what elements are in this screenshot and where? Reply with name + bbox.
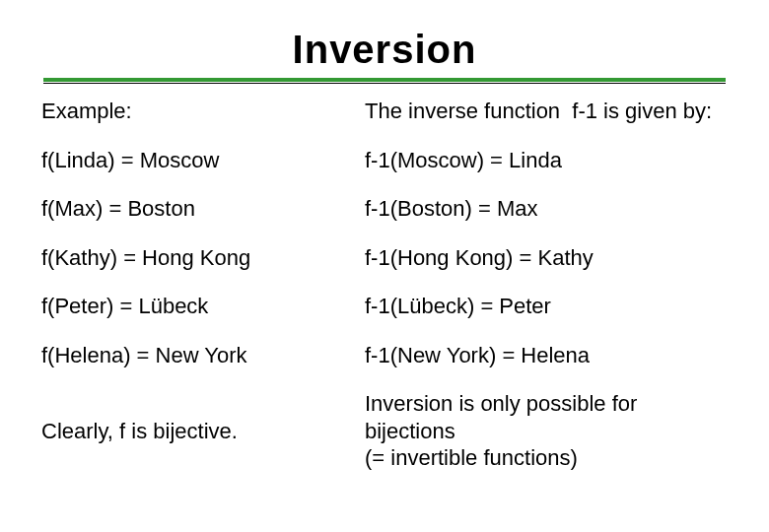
thin-underline bbox=[43, 83, 726, 84]
f-helena: f(Helena) = New York bbox=[41, 342, 337, 369]
inversion-note: Inversion is only possible for bijection… bbox=[365, 390, 728, 472]
bijective-note: Clearly, f is bijective. bbox=[41, 390, 337, 472]
accent-underline bbox=[43, 78, 726, 82]
finv-boston: f-1(Boston) = Max bbox=[365, 195, 728, 223]
f-linda: f(Linda) = Moscow bbox=[41, 147, 337, 174]
slide: Inversion Example: The inverse function … bbox=[0, 0, 769, 532]
f-peter: f(Peter) = Lübeck bbox=[41, 293, 337, 320]
finv-moscow: f-1(Moscow) = Linda bbox=[365, 147, 728, 174]
finv-newyork: f-1(New York) = Helena bbox=[365, 342, 728, 369]
f-max: f(Max) = Boston bbox=[41, 195, 337, 223]
title-block: Inversion bbox=[41, 28, 728, 84]
left-header: Example: bbox=[41, 98, 337, 125]
f-kathy: f(Kathy) = Hong Kong bbox=[41, 244, 337, 272]
content-grid: Example: The inverse function f-1 is giv… bbox=[41, 98, 728, 472]
finv-lubeck: f-1(Lübeck) = Peter bbox=[365, 293, 728, 320]
finv-hongkong: f-1(Hong Kong) = Kathy bbox=[365, 244, 728, 272]
right-header: The inverse function f-1 is given by: bbox=[365, 98, 728, 125]
page-title: Inversion bbox=[41, 28, 728, 78]
